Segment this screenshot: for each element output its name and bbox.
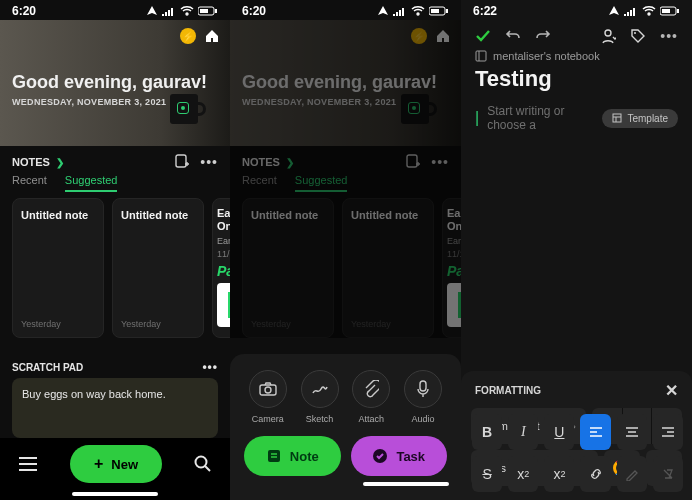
edit-button[interactable] <box>617 456 647 492</box>
quick-attach[interactable]: Attach <box>352 370 390 424</box>
tab-suggested[interactable]: Suggested <box>295 174 348 192</box>
svg-rect-2 <box>215 9 217 13</box>
status-bar: 6:20 <box>0 0 230 20</box>
sketch-icon <box>311 381 329 397</box>
underline-button[interactable]: U <box>544 414 574 450</box>
quick-camera[interactable]: Camera <box>249 370 287 424</box>
quick-sketch[interactable]: Sketch <box>301 370 339 424</box>
battery-icon <box>198 6 218 16</box>
align-center-button[interactable] <box>617 414 647 450</box>
promo-image <box>217 283 230 327</box>
plus-icon: + <box>94 455 103 473</box>
wifi-icon <box>180 6 194 16</box>
strikethrough-button[interactable]: S <box>472 456 502 492</box>
dots-icon[interactable]: ••• <box>202 360 218 374</box>
bold-button[interactable]: B <box>472 414 502 450</box>
tab-recent[interactable]: Recent <box>12 174 47 192</box>
note-cards[interactable]: Untitled note Yesterday Untitled note Ye… <box>0 198 230 338</box>
done-icon[interactable] <box>475 29 491 43</box>
quick-audio[interactable]: Audio <box>404 370 442 424</box>
notes-section-header: NOTES ❯ ••• <box>0 146 230 174</box>
redo-icon[interactable] <box>535 28 551 44</box>
note-date: Yesterday <box>251 319 291 329</box>
breadcrumb[interactable]: mentaliser's notebook <box>461 50 692 62</box>
notes-tabs: Recent Suggested <box>230 174 461 198</box>
status-time: 6:22 <box>473 4 497 18</box>
clear-format-button[interactable] <box>653 456 683 492</box>
camera-icon <box>259 382 277 396</box>
create-note-button[interactable]: Note <box>244 436 341 476</box>
subscript-button[interactable]: x2 <box>544 456 574 492</box>
note-title: Untitled note <box>251 209 325 221</box>
template-icon <box>612 113 622 123</box>
tab-recent[interactable]: Recent <box>242 174 277 192</box>
promo-card[interactable]: EarnOnli Earn 11/1 Pai <box>212 198 230 338</box>
note-icon <box>266 448 282 464</box>
promo-image <box>447 283 461 327</box>
svg-rect-15 <box>662 9 670 13</box>
scratch-pad: SCRATCH PAD ••• Buy eggs on way back hom… <box>12 356 218 438</box>
signal-icon <box>624 6 638 16</box>
note-title: Untitled note <box>21 209 95 221</box>
align-left-button[interactable] <box>580 414 610 450</box>
notes-section-header: NOTES ❯ ••• <box>230 146 461 174</box>
signal-icon <box>393 6 407 16</box>
svg-rect-1 <box>200 9 208 13</box>
menu-icon[interactable] <box>18 456 38 472</box>
home-pane-sheet: 6:20 ⚡ Good evening, gaurav! WEDNESDAY, … <box>230 0 461 500</box>
battery-icon <box>429 6 449 16</box>
wifi-icon <box>411 6 425 16</box>
align-right-button[interactable] <box>653 414 683 450</box>
dots-icon[interactable]: ••• <box>660 28 678 44</box>
note-title: Untitled note <box>121 209 195 221</box>
hero-banner: ⚡ Good evening, gaurav! WEDNESDAY, NOVEM… <box>230 20 461 146</box>
location-icon <box>377 6 389 16</box>
note-date: Yesterday <box>21 319 61 329</box>
note-title-input[interactable]: Testing <box>461 62 692 98</box>
bolt-icon[interactable]: ⚡ <box>180 28 196 44</box>
svg-rect-6 <box>431 9 439 13</box>
promo-card[interactable]: EarnOnli Earn 11/1 Pai <box>442 198 461 338</box>
home-pane: 6:20 ⚡ Good evening, gaurav! WEDNESDAY, … <box>0 0 230 500</box>
scratch-input[interactable]: Buy eggs on way back home. <box>12 378 218 438</box>
home-icon[interactable] <box>435 28 451 44</box>
share-icon[interactable] <box>600 28 616 44</box>
note-card[interactable]: Untitled note Yesterday <box>112 198 204 338</box>
notes-label[interactable]: NOTES ❯ <box>12 156 64 168</box>
notes-label[interactable]: NOTES ❯ <box>242 156 294 168</box>
svg-rect-20 <box>613 114 621 122</box>
create-task-button[interactable]: Task <box>351 436 448 476</box>
italic-button[interactable]: I <box>508 414 538 450</box>
svg-rect-7 <box>446 9 448 13</box>
formatting-label: FORMATTING <box>475 385 541 396</box>
editor-placeholder[interactable]: Start writing or choose a <box>487 104 594 132</box>
note-cards[interactable]: Untitled note Yesterday Untitled note Ye… <box>230 198 461 338</box>
note-card[interactable]: Untitled note Yesterday <box>12 198 104 338</box>
close-icon[interactable]: ✕ <box>665 381 678 400</box>
search-icon[interactable] <box>194 455 212 473</box>
status-time: 6:20 <box>12 4 36 18</box>
note-card[interactable]: Untitled note Yesterday <box>242 198 334 338</box>
undo-icon[interactable] <box>505 28 521 44</box>
new-note-icon[interactable] <box>405 154 421 170</box>
svg-rect-12 <box>268 450 280 462</box>
status-bar: 6:20 <box>230 0 461 20</box>
new-note-icon[interactable] <box>174 154 190 170</box>
dots-icon[interactable]: ••• <box>200 154 218 170</box>
scratch-label: SCRATCH PAD <box>12 362 83 373</box>
template-chip[interactable]: Template <box>602 109 678 128</box>
bolt-icon[interactable]: ⚡ <box>411 28 427 44</box>
svg-point-10 <box>265 387 271 393</box>
dots-icon[interactable]: ••• <box>431 154 449 170</box>
new-button[interactable]: + New <box>70 445 162 483</box>
bottom-bar: + New <box>0 438 230 500</box>
location-icon <box>608 6 620 16</box>
superscript-button[interactable]: x2 <box>508 456 538 492</box>
tag-icon[interactable] <box>630 28 646 44</box>
task-icon <box>372 448 388 464</box>
link-button[interactable] <box>580 456 610 492</box>
tab-suggested[interactable]: Suggested <box>65 174 118 192</box>
cup-illustration <box>393 86 439 124</box>
home-icon[interactable] <box>204 28 220 44</box>
note-card[interactable]: Untitled note Yesterday <box>342 198 434 338</box>
